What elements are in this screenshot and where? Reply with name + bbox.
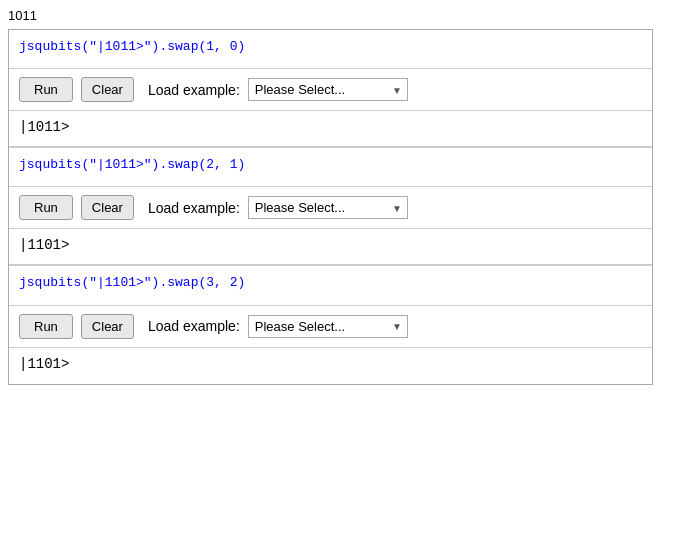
select-wrapper-1: Please Select...: [248, 78, 408, 101]
controls-row-2: Run Clear Load example: Please Select...: [9, 187, 652, 229]
code-input-3[interactable]: [19, 274, 642, 292]
code-input-1[interactable]: [19, 38, 642, 56]
code-area-3[interactable]: [9, 266, 652, 305]
run-button-2[interactable]: Run: [19, 195, 73, 220]
clear-button-3[interactable]: Clear: [81, 314, 134, 339]
block-2: Run Clear Load example: Please Select...…: [9, 148, 652, 266]
code-input-2[interactable]: [19, 156, 642, 174]
code-area-2[interactable]: [9, 148, 652, 187]
load-example-select-2[interactable]: Please Select...: [248, 196, 408, 219]
select-wrapper-2: Please Select...: [248, 196, 408, 219]
output-2: |1101>: [9, 229, 652, 265]
run-button-1[interactable]: Run: [19, 77, 73, 102]
page-title: 1011: [8, 8, 677, 23]
run-button-3[interactable]: Run: [19, 314, 73, 339]
code-area-1[interactable]: [9, 30, 652, 69]
outer-box: Run Clear Load example: Please Select...…: [8, 29, 653, 385]
clear-button-1[interactable]: Clear: [81, 77, 134, 102]
controls-row-3: Run Clear Load example: Please Select...: [9, 306, 652, 348]
load-example-select-3[interactable]: Please Select...: [248, 315, 408, 338]
load-example-label-3: Load example:: [148, 318, 240, 334]
clear-button-2[interactable]: Clear: [81, 195, 134, 220]
load-example-select-1[interactable]: Please Select...: [248, 78, 408, 101]
controls-row-1: Run Clear Load example: Please Select...: [9, 69, 652, 111]
block-1: Run Clear Load example: Please Select...…: [9, 30, 652, 148]
block-3: Run Clear Load example: Please Select...…: [9, 266, 652, 383]
load-example-label-1: Load example:: [148, 82, 240, 98]
load-example-label-2: Load example:: [148, 200, 240, 216]
output-1: |1011>: [9, 111, 652, 147]
output-3: |1101>: [9, 348, 652, 384]
select-wrapper-3: Please Select...: [248, 315, 408, 338]
